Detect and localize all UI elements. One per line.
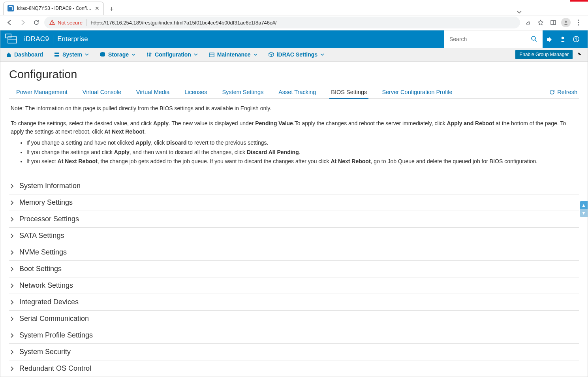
nav-configuration[interactable]: Configuration xyxy=(147,51,198,58)
svg-point-5 xyxy=(52,23,53,24)
section-label: Network Settings xyxy=(19,281,73,290)
nav-maintenance[interactable]: Maintenance xyxy=(209,51,257,58)
section-system-security[interactable]: System Security xyxy=(9,344,579,360)
chevron-right-icon xyxy=(9,200,15,205)
section-system-profile-settings[interactable]: System Profile Settings xyxy=(9,327,579,344)
chevron-down-icon xyxy=(320,53,324,56)
nav-label: Configuration xyxy=(155,51,191,58)
server-icon xyxy=(54,52,60,57)
chevron-down-icon xyxy=(254,53,257,56)
search-input[interactable] xyxy=(449,36,531,42)
url-input[interactable]: Not secure https://176.16.254.189/restgu… xyxy=(44,17,520,28)
back-button[interactable] xyxy=(4,17,15,28)
nav-idrac-settings[interactable]: iDRAC Settings xyxy=(269,51,324,58)
power-icon[interactable] xyxy=(543,30,556,48)
info-list-item: If you change the settings and click App… xyxy=(26,148,577,157)
enable-group-manager-button[interactable]: Enable Group Manager xyxy=(515,50,573,59)
reload-button[interactable] xyxy=(31,17,42,28)
nav-dashboard[interactable]: Dashboard xyxy=(6,51,43,58)
warning-icon xyxy=(49,19,55,26)
section-boot-settings[interactable]: Boot Settings xyxy=(9,261,579,277)
bookmark-button[interactable] xyxy=(535,17,546,28)
info-list-item: If you select At Next Reboot, the change… xyxy=(26,157,577,166)
section-sata-settings[interactable]: SATA Settings xyxy=(9,228,579,244)
chevron-right-icon xyxy=(9,350,15,354)
svg-point-9 xyxy=(578,20,579,21)
content-area: Configuration Power Management Virtual C… xyxy=(0,62,588,377)
browser-tab[interactable]: idrac-8NQ7YS3 - iDRAC9 - Confi… ✕ xyxy=(3,2,104,15)
forward-button[interactable] xyxy=(17,17,28,28)
nav-label: System xyxy=(62,51,82,58)
svg-point-15 xyxy=(532,36,535,40)
svg-text:?: ? xyxy=(575,37,577,41)
tab-virtual-console[interactable]: Virtual Console xyxy=(81,86,123,98)
section-nvme-settings[interactable]: NVMe Settings xyxy=(9,244,579,261)
tab-title: idrac-8NQ7YS3 - iDRAC9 - Confi… xyxy=(17,6,92,11)
scroll-down-button[interactable]: ▼ xyxy=(580,209,588,217)
storage-icon xyxy=(100,52,105,57)
svg-line-16 xyxy=(535,40,537,41)
tab-power-management[interactable]: Power Management xyxy=(15,86,69,98)
share-button[interactable] xyxy=(522,17,534,28)
chrome-menu-button[interactable] xyxy=(573,17,584,28)
scroll-up-button[interactable]: ▲ xyxy=(580,201,588,209)
not-secure-label: Not secure xyxy=(58,20,83,26)
tab-asset-tracking[interactable]: Asset Tracking xyxy=(277,86,317,98)
search-icon[interactable] xyxy=(531,36,537,43)
nav-label: Dashboard xyxy=(14,51,43,58)
tab-licenses[interactable]: Licenses xyxy=(183,86,209,98)
sliders-icon xyxy=(147,52,152,57)
top-nav: Dashboard System Storage Configuration M… xyxy=(0,48,588,62)
tab-bios-settings[interactable]: BIOS Settings xyxy=(329,86,368,99)
section-label: System Profile Settings xyxy=(19,331,93,339)
section-redundant-os-control[interactable]: Redundant OS Control xyxy=(9,360,579,377)
section-label: Redundant OS Control xyxy=(19,364,91,373)
chevron-right-icon xyxy=(9,217,15,222)
tab-list-dropdown[interactable] xyxy=(514,9,525,15)
nav-storage[interactable]: Storage xyxy=(100,51,135,58)
help-icon[interactable]: ? xyxy=(569,30,583,48)
refresh-button[interactable]: Refresh xyxy=(548,86,579,98)
section-network-settings[interactable]: Network Settings xyxy=(9,277,579,294)
scroll-widget[interactable]: ▲ ▼ xyxy=(580,201,588,217)
section-label: Boot Settings xyxy=(19,265,62,273)
page-title: Configuration xyxy=(9,68,579,81)
tab-close-button[interactable]: ✕ xyxy=(95,5,100,11)
cube-icon xyxy=(269,52,274,57)
svg-point-17 xyxy=(562,37,564,39)
pin-icon[interactable] xyxy=(577,51,582,58)
user-icon[interactable] xyxy=(556,30,569,48)
chevron-right-icon xyxy=(9,366,15,371)
tab-system-settings[interactable]: System Settings xyxy=(220,86,265,98)
svg-point-11 xyxy=(578,25,579,26)
section-integrated-devices[interactable]: Integrated Devices xyxy=(9,294,579,311)
svg-point-8 xyxy=(565,21,567,23)
browser-address-bar: Not secure https://176.16.254.189/restgu… xyxy=(0,15,588,30)
side-panel-button[interactable] xyxy=(548,17,559,28)
tab-server-config-profile[interactable]: Server Configuration Profile xyxy=(380,86,454,98)
section-label: Processor Settings xyxy=(19,215,79,223)
idrac-header: iDRAC9 Enterprise ? xyxy=(0,30,588,48)
svg-point-10 xyxy=(578,22,579,23)
info-list: If you change a setting and have not cli… xyxy=(11,139,577,166)
section-label: SATA Settings xyxy=(19,232,64,240)
section-memory-settings[interactable]: Memory Settings xyxy=(9,194,579,211)
section-label: System Information xyxy=(19,182,81,190)
chevron-down-icon xyxy=(132,53,135,56)
search-box[interactable] xyxy=(444,30,543,48)
info-note: Note: The information on this page is pu… xyxy=(11,104,577,113)
nav-system[interactable]: System xyxy=(54,51,89,58)
section-system-information[interactable]: System Information xyxy=(9,178,579,194)
chevron-right-icon xyxy=(9,317,15,321)
section-label: Memory Settings xyxy=(19,198,73,207)
new-tab-button[interactable]: + xyxy=(106,4,117,15)
info-list-item: If you change a setting and have not cli… xyxy=(26,139,577,147)
security-warning[interactable]: Not secure xyxy=(49,19,83,26)
section-processor-settings[interactable]: Processor Settings xyxy=(9,211,579,228)
nav-label: Maintenance xyxy=(217,51,251,58)
tab-virtual-media[interactable]: Virtual Media xyxy=(135,86,171,98)
chevron-right-icon xyxy=(9,300,15,305)
divider xyxy=(53,35,53,43)
section-serial-communication[interactable]: Serial Communication xyxy=(9,311,579,327)
profile-button[interactable] xyxy=(560,17,571,28)
